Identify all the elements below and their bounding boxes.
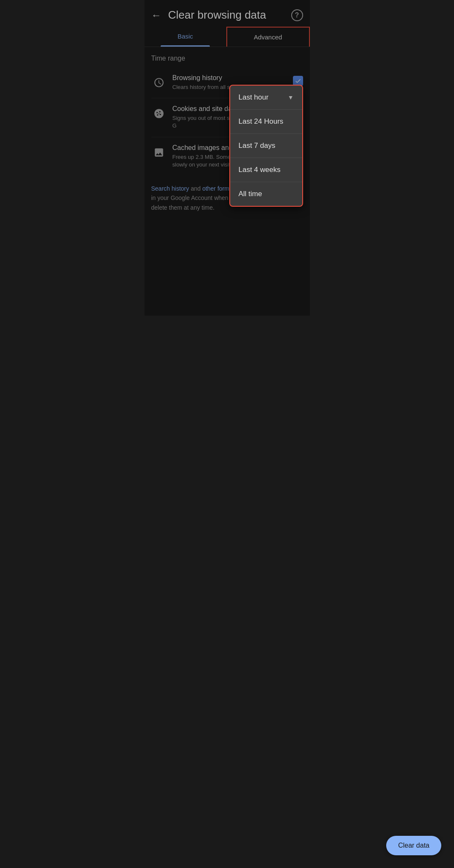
header: ← Clear browsing data ?	[145, 0, 310, 27]
image-icon	[151, 145, 167, 160]
dropdown-item-all-time[interactable]: All time	[230, 182, 302, 206]
help-button[interactable]: ?	[291, 9, 303, 21]
tab-basic[interactable]: Basic	[145, 27, 226, 47]
time-range-label: Time range	[151, 55, 185, 62]
dropdown-item-last-24-hours[interactable]: Last 24 Hours	[230, 110, 302, 134]
tab-advanced[interactable]: Advanced	[226, 27, 310, 47]
clock-icon	[151, 75, 167, 90]
svg-point-5	[158, 113, 159, 114]
dropdown-item-last-7-days[interactable]: Last 7 days	[230, 134, 302, 158]
svg-point-4	[157, 114, 158, 116]
page-title: Clear browsing data	[168, 8, 266, 22]
item-title: Browsing history	[173, 74, 288, 82]
svg-point-3	[159, 114, 161, 115]
search-history-link[interactable]: Search history	[151, 185, 189, 192]
svg-point-1	[156, 112, 158, 113]
tabs-container: Basic Advanced	[145, 27, 310, 47]
time-range-dropdown[interactable]: Last hour Last 24 Hours Last 7 days Last…	[229, 85, 303, 207]
footer-text-middle: and	[191, 185, 202, 192]
cookie-icon	[151, 106, 167, 121]
time-range-row: Time range	[145, 47, 310, 67]
svg-point-2	[159, 111, 160, 112]
dropdown-item-last-hour[interactable]: Last hour	[230, 86, 302, 110]
dropdown-item-last-4-weeks[interactable]: Last 4 weeks	[230, 158, 302, 182]
back-button[interactable]: ←	[151, 9, 162, 21]
header-left: ← Clear browsing data	[151, 8, 266, 22]
